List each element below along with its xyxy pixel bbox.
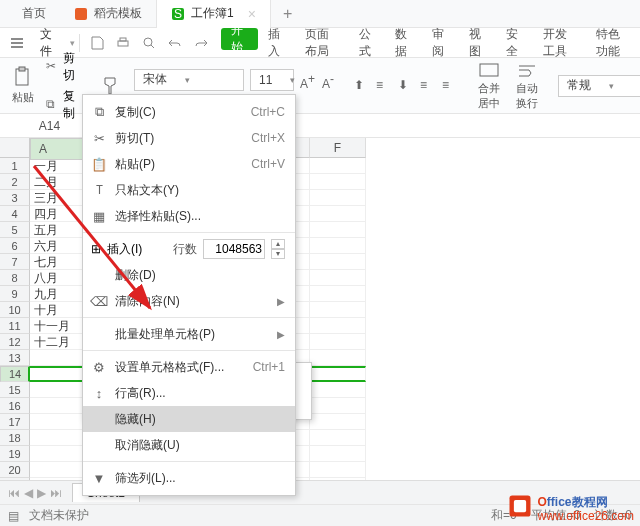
- ribbon-tab-start[interactable]: 开始: [221, 28, 258, 50]
- row-header[interactable]: 6: [0, 238, 30, 254]
- select-all-corner[interactable]: [0, 138, 30, 158]
- cell[interactable]: 二月: [30, 174, 86, 190]
- row-header[interactable]: 20: [0, 462, 30, 478]
- cell[interactable]: [310, 174, 366, 190]
- menu-item-insert[interactable]: ⊞插入(I)行数▴▾: [83, 236, 295, 262]
- font-name-select[interactable]: 宋体▾: [134, 69, 244, 91]
- row-header[interactable]: 8: [0, 270, 30, 286]
- row-header[interactable]: 16: [0, 398, 30, 414]
- tab-template[interactable]: 稻壳模板: [60, 0, 156, 28]
- row-header[interactable]: 12: [0, 334, 30, 350]
- row-header[interactable]: 14: [0, 366, 30, 382]
- menu-item[interactable]: ▦选择性粘贴(S)...: [83, 203, 295, 229]
- row-header[interactable]: 9: [0, 286, 30, 302]
- cell[interactable]: 十二月: [30, 334, 86, 350]
- cell[interactable]: [30, 350, 86, 366]
- ribbon-tab-data[interactable]: 数据: [385, 28, 422, 58]
- wrap-group[interactable]: 自动换行: [512, 62, 542, 109]
- menu-item[interactable]: ⌫清除内容(N)▶: [83, 288, 295, 314]
- ribbon-tab-dev[interactable]: 开发工具: [533, 28, 587, 58]
- row-header[interactable]: 5: [0, 222, 30, 238]
- redo-icon[interactable]: [193, 35, 209, 51]
- align-left-icon[interactable]: ≡: [420, 78, 436, 94]
- cell[interactable]: [30, 462, 86, 478]
- decrease-font-icon[interactable]: A-: [322, 72, 338, 88]
- spinner[interactable]: ▴▾: [271, 239, 285, 259]
- menu-item[interactable]: 取消隐藏(U): [83, 432, 295, 458]
- row-header[interactable]: 2: [0, 174, 30, 190]
- cell[interactable]: [310, 366, 366, 382]
- row-header[interactable]: 3: [0, 190, 30, 206]
- col-header-A[interactable]: A: [30, 138, 86, 160]
- align-center-icon[interactable]: ≡: [442, 78, 458, 94]
- row-header[interactable]: 19: [0, 446, 30, 462]
- row-header[interactable]: 1: [0, 158, 30, 174]
- ribbon-tab-formula[interactable]: 公式: [349, 28, 386, 58]
- print-icon[interactable]: [115, 35, 131, 51]
- close-icon[interactable]: ×: [248, 6, 256, 22]
- add-tab-button[interactable]: +: [271, 5, 304, 23]
- cell[interactable]: 七月: [30, 254, 86, 270]
- cell[interactable]: 五月: [30, 222, 86, 238]
- preview-icon[interactable]: [141, 35, 157, 51]
- row-header[interactable]: 11: [0, 318, 30, 334]
- paste-group[interactable]: 粘贴: [8, 62, 38, 109]
- undo-icon[interactable]: [167, 35, 183, 51]
- cell[interactable]: [310, 398, 366, 414]
- insert-rows-input[interactable]: [203, 239, 265, 259]
- align-bot-icon[interactable]: ⬇: [398, 78, 414, 94]
- app-menu-button[interactable]: [8, 32, 26, 54]
- menu-item[interactable]: ▼筛选列(L)...: [83, 465, 295, 491]
- number-format-select[interactable]: 常规▾: [558, 75, 640, 97]
- row-header[interactable]: 18: [0, 430, 30, 446]
- sheet-nav[interactable]: ⏮◀▶⏭: [8, 486, 62, 500]
- row-header[interactable]: 17: [0, 414, 30, 430]
- cell[interactable]: 一月: [30, 158, 86, 174]
- merge-group[interactable]: 合并居中: [474, 62, 504, 109]
- cell[interactable]: [310, 206, 366, 222]
- cell[interactable]: [310, 430, 366, 446]
- cell[interactable]: 三月: [30, 190, 86, 206]
- menu-item[interactable]: ↕行高(R)...: [83, 380, 295, 406]
- cell[interactable]: [310, 350, 366, 366]
- cell[interactable]: [310, 334, 366, 350]
- cell[interactable]: [30, 382, 86, 398]
- cell[interactable]: [30, 414, 86, 430]
- cell[interactable]: [310, 382, 366, 398]
- cell[interactable]: [310, 270, 366, 286]
- cell[interactable]: 四月: [30, 206, 86, 222]
- ribbon-tab-insert[interactable]: 插入: [258, 28, 295, 58]
- row-header[interactable]: 7: [0, 254, 30, 270]
- cell[interactable]: 十一月: [30, 318, 86, 334]
- cell[interactable]: [310, 158, 366, 174]
- cell[interactable]: [310, 286, 366, 302]
- cell[interactable]: [310, 414, 366, 430]
- cell[interactable]: 九月: [30, 286, 86, 302]
- menu-item[interactable]: ⚙设置单元格格式(F)...Ctrl+1: [83, 354, 295, 380]
- row-header[interactable]: 15: [0, 382, 30, 398]
- menu-item[interactable]: 📋粘贴(P)Ctrl+V: [83, 151, 295, 177]
- cell[interactable]: [310, 446, 366, 462]
- cell[interactable]: [310, 190, 366, 206]
- menu-item[interactable]: ⧉复制(C)Ctrl+C: [83, 99, 295, 125]
- cell[interactable]: [30, 398, 86, 414]
- cell[interactable]: [310, 302, 366, 318]
- cell[interactable]: [310, 238, 366, 254]
- ribbon-tab-layout[interactable]: 页面布局: [295, 28, 349, 58]
- menu-item[interactable]: ✂剪切(T)Ctrl+X: [83, 125, 295, 151]
- menu-item[interactable]: Ｔ只粘文本(Y): [83, 177, 295, 203]
- cell[interactable]: 八月: [30, 270, 86, 286]
- tab-workbook[interactable]: S 工作簿1 ×: [156, 0, 271, 28]
- cell[interactable]: [30, 430, 86, 446]
- increase-font-icon[interactable]: A+: [300, 72, 316, 88]
- cell[interactable]: 六月: [30, 238, 86, 254]
- menu-item[interactable]: 删除(D): [83, 262, 295, 288]
- menu-item[interactable]: 批量处理单元格(P)▶: [83, 321, 295, 347]
- layout-icon[interactable]: ▤: [8, 509, 19, 523]
- align-top-icon[interactable]: ⬆: [354, 78, 370, 94]
- font-size-select[interactable]: 11▾: [250, 69, 294, 91]
- col-header-F[interactable]: F: [310, 138, 366, 158]
- ribbon-tab-special[interactable]: 特色功能: [586, 28, 640, 58]
- cell[interactable]: [30, 366, 86, 382]
- cut-button[interactable]: ✂剪切: [46, 50, 80, 84]
